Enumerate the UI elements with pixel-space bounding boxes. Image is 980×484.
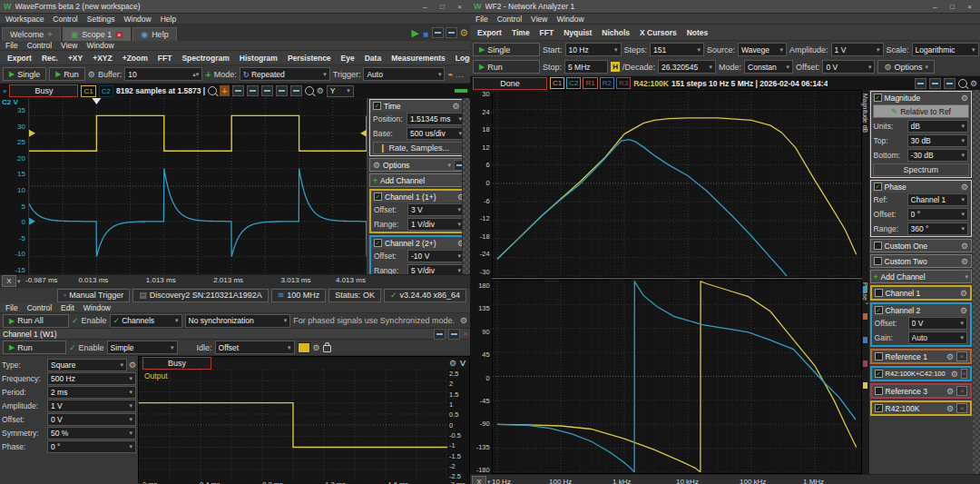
na-align1-icon[interactable] bbox=[915, 78, 926, 89]
tab-help[interactable]: ◉ Help bbox=[132, 27, 176, 41]
scope-toolbar-item[interactable]: FFT bbox=[158, 54, 172, 63]
time-gear-icon[interactable]: ⚙ bbox=[452, 102, 459, 111]
scope-toolbar-item[interactable]: Persistence bbox=[288, 54, 331, 63]
scale-select[interactable]: Logarithmic▾ bbox=[912, 43, 979, 56]
na-channel-badge[interactable]: R3 bbox=[616, 77, 631, 89]
app-menu-item[interactable]: Control bbox=[53, 15, 77, 24]
scope-toolbar-item[interactable]: Spectrogram bbox=[181, 54, 229, 63]
scope-toolbar-item[interactable]: Rec. bbox=[42, 54, 58, 63]
side-panel-scrollbar[interactable] bbox=[462, 98, 470, 274]
tab-welcome[interactable]: Welcome + bbox=[2, 27, 61, 41]
wavegen-enable-checkbox[interactable]: ✓ bbox=[72, 316, 79, 325]
wg-float-icon[interactable] bbox=[448, 329, 460, 340]
ref-select[interactable]: Channel 1▾ bbox=[907, 193, 969, 206]
na-menu-item[interactable]: View bbox=[531, 15, 547, 24]
na-zoom-icon[interactable] bbox=[958, 79, 967, 88]
na-channel-badge[interactable]: C1 bbox=[550, 77, 564, 89]
channel2-checkbox[interactable]: ✓ bbox=[374, 239, 382, 247]
na-toolbar-item[interactable]: Nichols bbox=[602, 28, 630, 37]
align-edge-icon[interactable] bbox=[261, 85, 273, 96]
scope-toolbar-item[interactable]: Data bbox=[365, 54, 381, 63]
wg-dock-icon[interactable] bbox=[434, 329, 446, 340]
na-minimize-button[interactable]: – bbox=[928, 2, 942, 12]
wg-ch-gear-icon[interactable]: ⚙ bbox=[313, 343, 320, 352]
reference2-checkbox[interactable]: ✓ bbox=[875, 370, 883, 378]
na-align2-icon[interactable] bbox=[929, 78, 941, 89]
collapse-panel-icon[interactable] bbox=[455, 89, 467, 93]
c2-badge[interactable]: C2 bbox=[99, 85, 113, 97]
wavegen-menu-item[interactable]: Window bbox=[83, 303, 111, 312]
na-offset-select[interactable]: 0 V▾ bbox=[822, 60, 875, 74]
version-button[interactable]: ✓v3.24.40 x86_64 bbox=[384, 289, 466, 302]
align-bottom-icon[interactable] bbox=[276, 85, 288, 96]
wg-ch-enable-checkbox[interactable]: ✓ bbox=[69, 343, 76, 352]
maximize-button[interactable]: □ bbox=[436, 2, 449, 12]
align-middle-icon[interactable] bbox=[247, 85, 259, 96]
steps-select[interactable]: 151▾ bbox=[650, 43, 704, 56]
phase-offset-select[interactable]: 0 °▾ bbox=[907, 208, 969, 221]
wavegen-run-all-button[interactable]: ▶Run All bbox=[3, 314, 69, 328]
wavegen-field-value[interactable]: Square▾ bbox=[47, 359, 127, 371]
wavegen-field-value[interactable]: 500 Hz▾ bbox=[47, 372, 136, 385]
na-toolbar-item[interactable]: Notes bbox=[687, 28, 709, 37]
ch2-offset-select[interactable]: -10 V▾ bbox=[407, 250, 465, 262]
ch1-range-select[interactable]: 1 V/div▾ bbox=[407, 218, 465, 231]
wavegen-field-value[interactable]: 0 V▾ bbox=[47, 413, 136, 426]
reference4-panel[interactable]: ✓R42:100K⚙× bbox=[870, 400, 973, 416]
workspace-icon[interactable] bbox=[432, 27, 444, 38]
scope-toolbar-item[interactable]: Measurements bbox=[391, 54, 446, 63]
idle-select[interactable]: Offset▾ bbox=[215, 341, 295, 354]
na-channel1-checkbox[interactable] bbox=[875, 289, 883, 297]
crosshair-icon[interactable]: + bbox=[220, 85, 229, 96]
spectrum-button[interactable]: Spectrum bbox=[873, 163, 970, 176]
reference4-checkbox[interactable]: ✓ bbox=[875, 404, 883, 412]
wavegen-gear-icon[interactable]: ⚙ bbox=[460, 316, 467, 325]
channel1-checkbox[interactable]: ✓ bbox=[374, 193, 382, 201]
custom-two-checkbox[interactable] bbox=[874, 257, 882, 265]
scope-toolbar-item[interactable]: +XY bbox=[68, 54, 83, 63]
phase-range-select[interactable]: 360 °▾ bbox=[907, 222, 969, 235]
zoom2-icon[interactable] bbox=[305, 86, 314, 95]
wg-close-icon[interactable]: × bbox=[463, 330, 467, 338]
amplitude-select[interactable]: 1 V▾ bbox=[831, 43, 884, 56]
na-channel2-gear-icon[interactable]: ⚙ bbox=[960, 306, 967, 315]
more-options-button[interactable]: ... bbox=[456, 70, 466, 79]
ch2-range-select[interactable]: 5 V/div▾ bbox=[407, 264, 465, 274]
scale-icon[interactable] bbox=[290, 85, 302, 96]
scope-toolbar-item[interactable]: +Zoom bbox=[122, 54, 148, 63]
y-axis-menu[interactable]: Y▾ bbox=[327, 85, 354, 97]
na-gear-icon[interactable]: ⚙ bbox=[970, 79, 977, 88]
reference3-panel[interactable]: Reference 3⚙× bbox=[870, 383, 973, 399]
single-button[interactable]: ▶Single bbox=[3, 67, 46, 81]
custom-one-panel[interactable]: Custom One⚙ bbox=[870, 239, 973, 252]
wavegen-field-value[interactable]: 1 V▾ bbox=[47, 400, 136, 412]
source-select[interactable]: Wavege▾ bbox=[738, 43, 787, 56]
custom-two-gear-icon[interactable]: ⚙ bbox=[961, 257, 968, 266]
na-single-button[interactable]: ▶Single bbox=[473, 43, 540, 56]
na-toolbar-item[interactable]: Export bbox=[477, 28, 502, 37]
lock-icon[interactable] bbox=[323, 345, 331, 352]
na-ch2-gain-select[interactable]: Auto▾ bbox=[908, 331, 968, 344]
na-menu-item[interactable]: Control bbox=[497, 15, 522, 24]
bottom-select[interactable]: -30 dB▾ bbox=[907, 149, 969, 162]
wavegen-sync-select[interactable]: No synchronization▾ bbox=[185, 314, 291, 328]
na-toolbar-item[interactable]: X Cursors bbox=[640, 28, 677, 37]
base-select[interactable]: 500 us/div▾ bbox=[407, 127, 466, 140]
wavegen-field-value[interactable]: 50 %▾ bbox=[47, 427, 136, 440]
na-channel-badge[interactable]: R2 bbox=[600, 77, 614, 89]
reference1-gear-icon[interactable]: ⚙ bbox=[946, 352, 954, 361]
reference4-delete-icon[interactable]: × bbox=[956, 403, 967, 413]
wavegen-menu-item[interactable]: File bbox=[5, 303, 18, 312]
close-button[interactable]: × bbox=[453, 2, 466, 12]
custom-one-checkbox[interactable] bbox=[874, 242, 882, 250]
tab-scope[interactable]: ▣ Scope 1 × bbox=[63, 27, 132, 41]
close-tab-icon[interactable]: × bbox=[115, 32, 122, 38]
plot-gear-icon[interactable]: ⚙ bbox=[317, 86, 324, 95]
na-ch2-offset-select[interactable]: 0 V▾ bbox=[908, 317, 968, 330]
rate-samples-button[interactable]: ❙Rate, Samples... bbox=[373, 142, 466, 154]
na-panel-scrollbar[interactable] bbox=[973, 90, 980, 474]
na-toolbar-item[interactable]: FFT bbox=[540, 28, 554, 37]
top-select[interactable]: 30 dB▾ bbox=[907, 134, 969, 147]
na-x-menu[interactable]: X bbox=[472, 476, 486, 484]
wavegen-run-button[interactable]: ▶Run bbox=[3, 341, 66, 354]
